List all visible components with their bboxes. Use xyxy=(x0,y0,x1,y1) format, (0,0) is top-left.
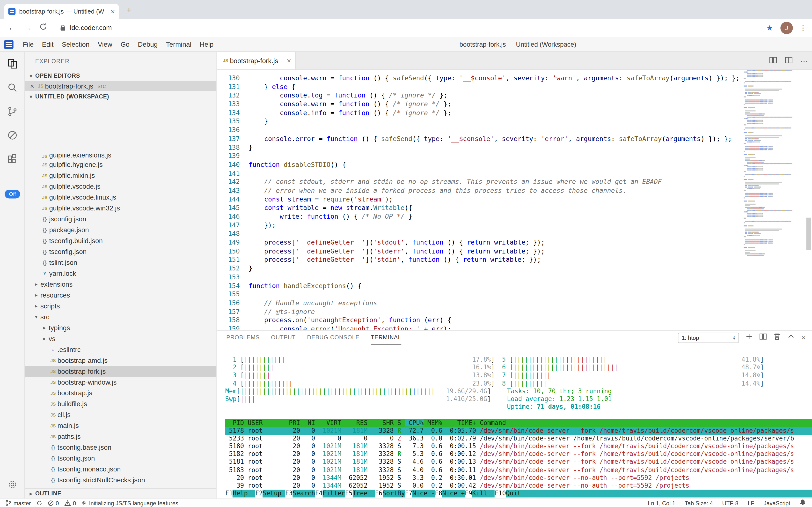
fkey-label-sortby[interactable]: SortBy xyxy=(382,490,405,498)
fkey-label-nice[interactable]: Nice + xyxy=(442,490,465,498)
debug-icon[interactable] xyxy=(0,123,25,147)
code-line[interactable]: 133 console.warn = function () { /* igno… xyxy=(217,100,812,109)
code-line[interactable]: 132 console.log = function () { /* ignor… xyxy=(217,92,812,100)
explorer-icon[interactable] xyxy=(0,52,25,76)
tree-item-scripts[interactable]: ▸scripts xyxy=(25,300,216,311)
code-line[interactable]: 153 xyxy=(217,273,812,282)
tree-item-gulpfile-vscode-win32-js[interactable]: JSgulpfile.vscode.win32.js xyxy=(25,203,216,214)
panel-tab-problems[interactable]: PROBLEMS xyxy=(226,331,260,344)
process-row-5178[interactable]: 5178 root 20 0 1021M 181M 3328 R 72.7 0.… xyxy=(225,427,812,435)
fkey-f3[interactable]: F3 xyxy=(285,490,293,498)
code-line[interactable]: 152} xyxy=(217,264,812,273)
fkey-f2[interactable]: F2 xyxy=(255,490,263,498)
code-line[interactable]: 140function disableSTDIO() { xyxy=(217,161,812,169)
tree-item-paths-js[interactable]: JSpaths.js xyxy=(25,431,216,442)
cursor-position[interactable]: Ln 1, Col 1 xyxy=(648,500,675,506)
tree-item-gulpfile-vscode-js[interactable]: JSgulpfile.vscode.js xyxy=(25,181,216,192)
tree-item-gulpfile-mixin-js[interactable]: JSgulpfile.mixin.js xyxy=(25,170,216,181)
process-row-5233[interactable]: 5233 root 20 0 0 0 0 Z 36.3 0.0 0:02.79 … xyxy=(225,435,812,443)
tree-item-gulpfile-hygiene-js[interactable]: JSgulpfile.hygiene.js xyxy=(25,159,216,170)
fkey-label-setup[interactable]: Setup xyxy=(263,490,285,498)
tab-size-indicator[interactable]: Tab Size: 4 xyxy=(685,500,713,506)
fkey-label-kill[interactable]: Kill xyxy=(473,490,495,498)
tree-item-tsconfig-build-json[interactable]: {}tsconfig.build.json xyxy=(25,235,216,246)
menu-help[interactable]: Help xyxy=(196,40,218,48)
back-icon[interactable]: ← xyxy=(4,23,19,33)
fkey-f7[interactable]: F7 xyxy=(405,490,413,498)
fkey-label-help[interactable]: Help xyxy=(233,490,255,498)
code-line[interactable]: 148 xyxy=(217,230,812,238)
code-line[interactable]: 134 console.info = function () { /* igno… xyxy=(217,109,812,117)
code-line[interactable]: 142 // const stdout, stderr and stdin be… xyxy=(217,178,812,186)
tree-item-bootstrap-js[interactable]: JSbootstrap.js xyxy=(25,388,216,398)
code-line[interactable]: 139 xyxy=(217,152,812,161)
tree-item-eslintrc[interactable]: ○.eslintrc xyxy=(25,344,216,355)
minimap[interactable] xyxy=(744,70,805,330)
code-line[interactable]: 154function handleExceptions() { xyxy=(217,282,812,290)
tree-item-bootstrap-amd-js[interactable]: JSbootstrap-amd.js xyxy=(25,355,216,366)
process-row-20[interactable]: 20 root 20 0 1344M 62052 1952 S 3.3 0.2 … xyxy=(225,474,812,482)
new-terminal-icon[interactable] xyxy=(745,333,753,342)
menu-selection[interactable]: Selection xyxy=(58,40,94,48)
url-text[interactable]: ide.coder.com xyxy=(70,24,112,32)
fkey-f6[interactable]: F6 xyxy=(375,490,382,498)
tree-item-jsconfig-json[interactable]: {}jsconfig.json xyxy=(25,214,216,224)
terminal[interactable]: 1 [||||||||||| 17.8%] 5 [|||||||||||||||… xyxy=(217,345,812,498)
branch-indicator[interactable]: master xyxy=(5,500,31,506)
menu-view[interactable]: View xyxy=(93,40,116,48)
fkey-label-nice[interactable]: Nice - xyxy=(413,490,435,498)
code-line[interactable]: 156 // Handle uncaught exceptions xyxy=(217,299,812,308)
reload-icon[interactable] xyxy=(35,23,51,33)
new-tab-button[interactable]: + xyxy=(126,5,131,15)
fkey-label-filter[interactable]: Filter xyxy=(322,490,345,498)
workspace-section[interactable]: ▾ UNTITLED (WORKSPACE) xyxy=(25,92,216,102)
editor-tab-bootstrap-fork[interactable]: JS bootstrap-fork.js × xyxy=(217,52,296,69)
tree-item-resources[interactable]: ▸resources xyxy=(25,289,216,300)
code-line[interactable]: 138} xyxy=(217,143,812,152)
code-line[interactable]: 157 // @ts-ignore xyxy=(217,308,812,317)
menu-edit[interactable]: Edit xyxy=(38,40,58,48)
sync-icon[interactable] xyxy=(36,500,42,506)
tree-item-gulpfile-vscode-linux-js[interactable]: JSgulpfile.vscode.linux.js xyxy=(25,192,216,203)
extensions-icon[interactable] xyxy=(0,147,25,171)
tree-item-bootstrap-fork-js[interactable]: JSbootstrap-fork.js xyxy=(25,366,216,377)
bookmark-star-icon[interactable]: ★ xyxy=(766,23,773,33)
toggle-layout-icon[interactable] xyxy=(785,56,793,66)
split-editor-icon[interactable] xyxy=(769,56,777,66)
language-indicator[interactable]: JavaScript xyxy=(764,500,790,506)
code-line[interactable]: 131 } else { xyxy=(217,83,812,92)
close-editor-icon[interactable]: × xyxy=(28,82,36,90)
code-line[interactable]: 147 }); xyxy=(217,221,812,230)
panel-tab-debug-console[interactable]: DEBUG CONSOLE xyxy=(307,331,360,344)
ssl-lock-icon[interactable] xyxy=(60,24,66,31)
editor-scrollbar[interactable] xyxy=(805,70,812,330)
fkey-f5[interactable]: F5 xyxy=(345,490,353,498)
collaboration-off-badge[interactable]: Off xyxy=(5,190,20,199)
code-line[interactable]: 136 xyxy=(217,126,812,135)
settings-gear-icon[interactable] xyxy=(0,472,25,496)
tree-item-main-js[interactable]: JSmain.js xyxy=(25,420,216,431)
menu-go[interactable]: Go xyxy=(117,40,134,48)
eol-indicator[interactable]: LF xyxy=(748,500,754,506)
code-line[interactable]: 159 console.error('Uncaught Exception: '… xyxy=(217,325,812,330)
avatar[interactable]: J xyxy=(780,21,793,34)
menu-terminal[interactable]: Terminal xyxy=(162,40,196,48)
tree-item-bootstrap-window-js[interactable]: JSbootstrap-window.js xyxy=(25,377,216,388)
code-editor[interactable]: 130 console.warn = function () { safeSen… xyxy=(217,70,812,330)
notifications-bell-icon[interactable] xyxy=(800,499,806,507)
tree-item-yarn-lock[interactable]: Yyarn.lock xyxy=(25,268,216,279)
process-row-5183[interactable]: 5183 root 20 0 1021M 181M 3328 S 4.0 0.6… xyxy=(225,466,812,474)
browser-tab[interactable]: bootstrap-fork.js — Untitled (W × xyxy=(4,4,119,19)
encoding-indicator[interactable]: UTF-8 xyxy=(722,500,739,506)
panel-tab-output[interactable]: OUTPUT xyxy=(271,331,296,344)
tree-item-vs[interactable]: ▸vs xyxy=(25,333,216,344)
source-control-icon[interactable] xyxy=(0,99,25,123)
tree-item-tsconfig-strictnullchecks-json[interactable]: {}tsconfig.strictNullChecks.json xyxy=(25,474,216,486)
code-line[interactable]: 158 process.on('uncaughtException', func… xyxy=(217,316,812,325)
scrollbar-thumb[interactable] xyxy=(806,218,811,250)
code-line[interactable]: 130 console.warn = function () { safeSen… xyxy=(217,74,812,83)
menu-debug[interactable]: Debug xyxy=(134,40,162,48)
process-row-5182[interactable]: 5182 root 20 0 1021M 181M 3328 R 5.3 0.6… xyxy=(225,450,812,458)
code-line[interactable]: 146 write: function () { /* No OP */ } xyxy=(217,212,812,221)
fkey-f10[interactable]: F10 xyxy=(495,490,506,498)
